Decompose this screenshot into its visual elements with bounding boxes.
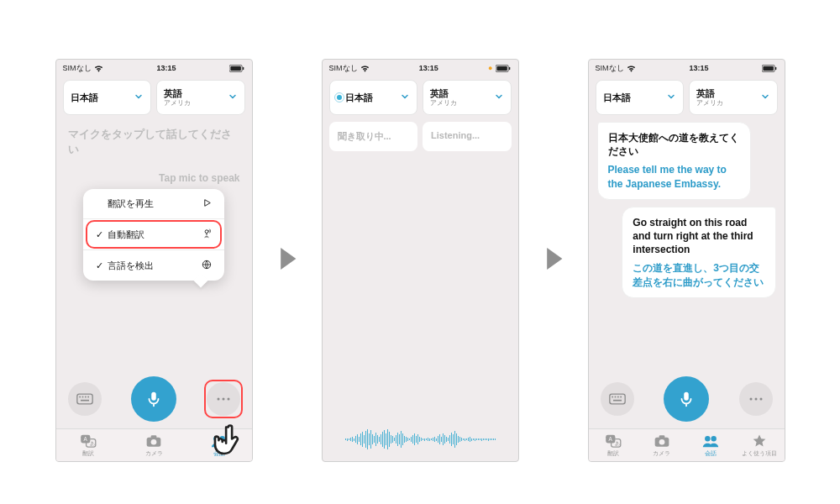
- clock: 13:15: [689, 64, 708, 72]
- wifi-icon: [94, 65, 103, 72]
- tab-favorites[interactable]: よく使う項目: [735, 429, 784, 461]
- listening-card-en: Listening...: [423, 122, 512, 151]
- svg-rect-46: [659, 435, 665, 438]
- clock: 13:15: [156, 64, 176, 72]
- language-selector-row: 日本語 英語 アメリカ: [56, 76, 252, 118]
- message-bubble[interactable]: 日本大使館への道を教えてください Please tell me the way …: [597, 122, 751, 200]
- menu-item-detect-language[interactable]: ✓言語を検出: [83, 250, 224, 281]
- listening-row: 聞き取り中... Listening...: [323, 118, 518, 155]
- live-dot-icon: [337, 95, 342, 100]
- svg-rect-36: [684, 392, 689, 401]
- svg-rect-21: [151, 435, 157, 438]
- tab-camera[interactable]: カメラ: [638, 429, 686, 461]
- keyboard-button[interactable]: [601, 382, 634, 416]
- star-icon: [750, 433, 769, 449]
- bottom-controls: [56, 370, 252, 428]
- target-language-card[interactable]: 英語 アメリカ: [423, 80, 512, 115]
- more-button[interactable]: [207, 382, 240, 416]
- target-language-label: 英語: [696, 88, 723, 99]
- chevron-down-icon: [134, 90, 144, 105]
- svg-rect-5: [76, 394, 92, 404]
- status-bar: SIMなし 13:15: [56, 60, 252, 76]
- battery-icon: [762, 65, 777, 72]
- prompt-text-en: Tap mic to speak: [68, 157, 240, 184]
- message-translation: Please tell me the way to the Japanese E…: [608, 163, 740, 190]
- tab-conversation[interactable]: 会話: [686, 429, 735, 461]
- svg-point-37: [749, 398, 752, 401]
- mic-button[interactable]: [664, 376, 709, 422]
- svg-rect-33: [617, 396, 619, 398]
- check-icon: ✓: [95, 260, 104, 271]
- svg-rect-28: [764, 66, 774, 71]
- mic-button[interactable]: [131, 376, 176, 422]
- battery-icon: [496, 65, 511, 72]
- prompt-area: マイクをタップして話してください Tap mic to speak: [56, 118, 252, 192]
- message-bubble[interactable]: Go straight on this road and turn right …: [622, 207, 775, 298]
- camera-icon: [144, 433, 163, 449]
- svg-point-3: [205, 230, 208, 234]
- more-menu-popover: 翻訳を再生 ✓自動翻訳 ✓言語を検出: [83, 189, 224, 281]
- svg-rect-32: [614, 396, 616, 398]
- menu-item-play[interactable]: 翻訳を再生: [83, 189, 224, 219]
- language-selector-row: 日本語 英語 アメリカ: [589, 76, 785, 118]
- svg-rect-1: [231, 66, 241, 71]
- svg-rect-34: [620, 396, 622, 398]
- status-bar: SIMなし 13:15 ●: [323, 60, 518, 76]
- svg-point-23: [219, 436, 224, 441]
- svg-point-20: [151, 439, 157, 445]
- chevron-down-icon: [760, 90, 770, 105]
- svg-point-38: [754, 398, 757, 401]
- svg-rect-9: [87, 396, 89, 398]
- source-language-label: 日本語: [71, 92, 98, 103]
- tab-translate[interactable]: Aあ 翻訳: [589, 429, 638, 461]
- svg-point-12: [217, 398, 219, 401]
- svg-rect-25: [497, 66, 507, 71]
- conversation-thread: 日本大使館への道を教えてください Please tell me the way …: [589, 118, 785, 298]
- svg-point-48: [711, 436, 717, 441]
- svg-rect-35: [613, 400, 622, 402]
- svg-rect-6: [79, 396, 81, 398]
- flow-arrow-icon: [543, 245, 564, 276]
- people-icon: [210, 433, 228, 449]
- svg-rect-8: [85, 396, 87, 398]
- bottom-controls: [589, 370, 785, 428]
- wifi-icon: [627, 65, 636, 72]
- camera-icon: [653, 433, 671, 449]
- prompt-text-jp: マイクをタップして話してください: [68, 127, 240, 157]
- message-source: 日本大使館への道を教えてください: [608, 131, 740, 158]
- svg-text:A: A: [608, 436, 612, 442]
- more-button[interactable]: [739, 382, 773, 416]
- tab-camera[interactable]: カメラ: [121, 429, 186, 461]
- menu-item-auto-translate[interactable]: ✓自動翻訳: [83, 219, 224, 250]
- source-language-card[interactable]: 日本語: [63, 80, 152, 115]
- keyboard-button[interactable]: [68, 382, 102, 416]
- svg-point-39: [759, 398, 762, 401]
- target-language-card[interactable]: 英語 アメリカ: [156, 80, 245, 115]
- svg-rect-30: [609, 394, 624, 404]
- source-language-label: 日本語: [603, 92, 631, 103]
- message-source: Go straight on this road and turn right …: [633, 216, 764, 257]
- chevron-down-icon: [228, 90, 238, 105]
- tab-translate[interactable]: Aあ 翻訳: [56, 429, 122, 461]
- chevron-down-icon: [494, 90, 504, 105]
- target-language-card[interactable]: 英語 アメリカ: [689, 80, 778, 115]
- tab-conversation[interactable]: 会話: [186, 429, 252, 461]
- tab-bar: Aあ 翻訳 カメラ 会話 よく使う項目: [589, 428, 785, 461]
- sim-status: SIMなし: [63, 63, 92, 74]
- svg-rect-31: [612, 396, 613, 398]
- source-language-card[interactable]: 日本語: [596, 80, 685, 115]
- source-language-card[interactable]: 日本語: [329, 80, 418, 115]
- svg-point-47: [705, 436, 710, 441]
- svg-rect-10: [81, 400, 89, 402]
- svg-rect-7: [81, 396, 83, 398]
- svg-point-45: [659, 439, 665, 445]
- message-translation: この道を直進し、3つ目の交差点を右に曲がってください: [633, 261, 764, 288]
- tab-bar: Aあ 翻訳 カメラ 会話: [56, 428, 252, 461]
- chevron-down-icon: [666, 90, 676, 105]
- check-icon: ✓: [95, 229, 104, 240]
- target-language-sub: アメリカ: [696, 99, 723, 107]
- target-language-label: 英語: [164, 88, 191, 99]
- flow-arrow-icon: [276, 245, 298, 276]
- target-language-sub: アメリカ: [164, 99, 191, 107]
- phone-screen-3: SIMなし 13:15 日本語 英語 アメリカ: [588, 59, 785, 462]
